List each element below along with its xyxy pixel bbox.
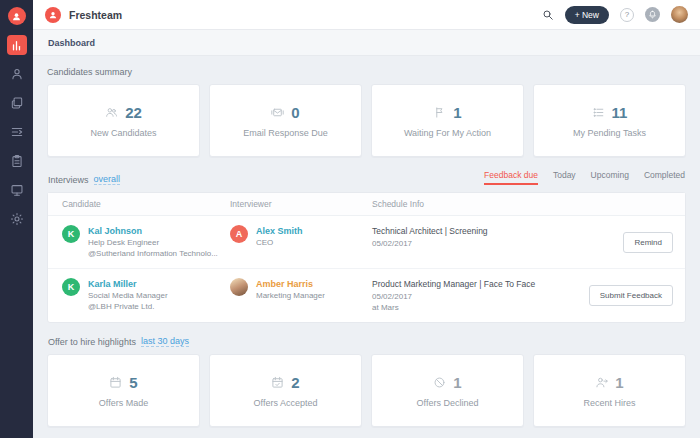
sidebar-nav [7, 35, 27, 229]
card-offers-declined[interactable]: 1 Offers Declined [371, 354, 524, 427]
card-label: Offers Made [99, 398, 148, 408]
flag-icon [433, 106, 446, 119]
card-value: 5 [129, 374, 137, 391]
card-my-pending-tasks[interactable]: 11 My Pending Tasks [533, 84, 686, 157]
tab-today[interactable]: Today [553, 170, 576, 185]
interviewer-name-link[interactable]: Amber Harris [256, 279, 325, 289]
topbar: Freshteam + New ? [33, 0, 700, 30]
interviewer-cell: A Alex Smith CEO [230, 225, 372, 247]
sidebar-item-referrals[interactable] [7, 122, 27, 142]
card-value: 11 [612, 104, 628, 121]
card-recent-hires[interactable]: 1 Recent Hires [533, 354, 686, 427]
card-offers-accepted[interactable]: 2 Offers Accepted [209, 354, 362, 427]
offers-scope-link[interactable]: last 30 days [141, 336, 189, 347]
action-cell: Remind [623, 231, 673, 253]
card-label: Email Response Due [243, 128, 328, 138]
interview-row: K Karla Miller Social Media Manager @LBH… [48, 268, 685, 322]
interviews-scope-link[interactable]: overall [94, 174, 121, 185]
card-label: Waiting For My Action [404, 128, 491, 138]
search-icon[interactable] [542, 9, 554, 21]
app: Freshteam + New ? Dashboard Candidates s… [0, 0, 700, 438]
candidate-company: @LBH Private Ltd. [88, 302, 168, 311]
dashboard-content: Candidates summary 22 New Candidates [33, 56, 700, 438]
sidebar-item-job-postings[interactable] [7, 93, 27, 113]
people-icon [105, 106, 118, 119]
interviews-tabs: Feedback due Today Upcoming Completed [484, 170, 685, 185]
interviewer-role: Marketing Manager [256, 291, 325, 300]
card-value: 1 [453, 104, 461, 121]
schedule-title: Product Marketing Manager | Face To Face [372, 279, 563, 289]
card-label: Offers Declined [417, 398, 479, 408]
freshteam-brand-icon [45, 7, 61, 23]
sidebar-item-reports[interactable] [7, 180, 27, 200]
schedule-title: Technical Architect | Screening [372, 226, 563, 236]
candidate-company: @Sutherland Information Technolo... [88, 249, 218, 258]
breadcrumb-bar: Dashboard [33, 30, 700, 56]
main-area: Freshteam + New ? Dashboard Candidates s… [33, 0, 700, 438]
card-label: My Pending Tasks [573, 128, 646, 138]
schedule-cell: Product Marketing Manager | Face To Face… [372, 278, 563, 312]
card-email-response-due[interactable]: 0 Email Response Due [209, 84, 362, 157]
candidates-summary-title: Candidates summary [47, 67, 686, 77]
topbar-actions: + New ? [542, 6, 688, 24]
sidebar-item-settings[interactable] [7, 209, 27, 229]
candidates-summary-cards: 22 New Candidates 0 Email Response Due [47, 84, 686, 157]
card-value: 1 [453, 374, 461, 391]
sidebar-item-dashboard[interactable] [7, 35, 27, 55]
action-cell: Submit Feedback [589, 284, 673, 306]
notifications-icon[interactable] [645, 7, 660, 22]
interviews-table: Candidate Interviewer Schedule Info K Ka… [47, 192, 686, 323]
sidebar-item-candidates[interactable] [7, 64, 27, 84]
interviewer-cell: Amber Harris Marketing Manager [230, 278, 372, 300]
sidebar [0, 0, 33, 438]
schedule-date: 05/02/2017 [372, 292, 563, 301]
tab-feedback-due[interactable]: Feedback due [484, 170, 538, 185]
interviewer-avatar: A [230, 225, 248, 243]
help-icon[interactable]: ? [620, 8, 634, 22]
candidate-avatar: K [62, 225, 80, 243]
card-value: 2 [291, 374, 299, 391]
interviewer-name-link[interactable]: Alex Smith [256, 226, 303, 236]
interviews-title: Interviews [48, 175, 89, 185]
offers-title: Offer to hire highlights [48, 337, 136, 347]
card-value: 0 [291, 104, 299, 121]
candidate-role: Social Media Manager [88, 291, 168, 300]
calendar-check-icon [271, 376, 284, 389]
tab-completed[interactable]: Completed [644, 170, 685, 185]
card-new-candidates[interactable]: 22 New Candidates [47, 84, 200, 157]
column-interviewer: Interviewer [230, 199, 372, 209]
column-schedule-info: Schedule Info [372, 199, 563, 209]
freshteam-logo-icon[interactable] [8, 7, 26, 25]
candidate-name-link[interactable]: Karla Miller [88, 279, 168, 289]
interviewer-avatar [230, 278, 248, 296]
email-icon [271, 106, 284, 119]
column-candidate: Candidate [62, 199, 230, 209]
user-avatar[interactable] [671, 6, 688, 23]
tab-upcoming[interactable]: Upcoming [591, 170, 629, 185]
remind-button[interactable]: Remind [623, 232, 673, 253]
brand-name: Freshteam [69, 9, 122, 21]
candidate-avatar: K [62, 278, 80, 296]
breadcrumb[interactable]: Dashboard [48, 38, 95, 48]
candidate-cell: K Kal Johnson Help Desk Engineer @Suther… [62, 225, 230, 258]
card-value: 22 [125, 104, 142, 121]
offers-header: Offer to hire highlights last 30 days [48, 336, 685, 347]
submit-feedback-button[interactable]: Submit Feedback [589, 285, 673, 306]
tasks-icon [592, 106, 605, 119]
offers-cards: 5 Offers Made 2 Offers Accepted [47, 354, 686, 427]
interviewer-role: CEO [256, 238, 303, 247]
card-waiting-for-my-action[interactable]: 1 Waiting For My Action [371, 84, 524, 157]
candidate-cell: K Karla Miller Social Media Manager @LBH… [62, 278, 230, 311]
table-header: Candidate Interviewer Schedule Info [48, 193, 685, 216]
card-offers-made[interactable]: 5 Offers Made [47, 354, 200, 427]
card-label: New Candidates [90, 128, 156, 138]
interviews-header: Interviews overall Feedback due Today Up… [48, 170, 685, 185]
card-value: 1 [615, 374, 623, 391]
schedule-date: 05/02/2017 [372, 239, 563, 248]
new-button[interactable]: + New [565, 6, 609, 24]
candidate-name-link[interactable]: Kal Johnson [88, 226, 218, 236]
sidebar-item-onboarding[interactable] [7, 151, 27, 171]
column-actions [563, 199, 673, 209]
card-label: Recent Hires [583, 398, 635, 408]
card-label: Offers Accepted [254, 398, 318, 408]
